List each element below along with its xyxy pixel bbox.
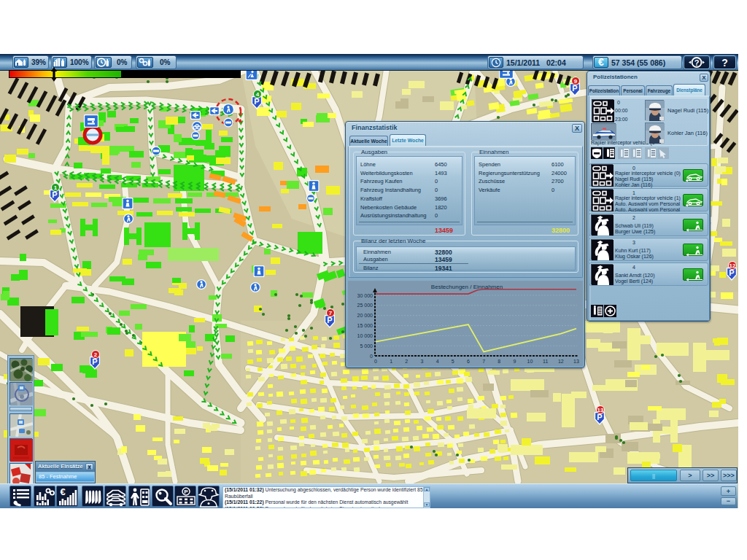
svg-text:7: 7 <box>482 359 485 364</box>
svg-text:2: 2 <box>94 351 98 358</box>
svg-text:25 000: 25 000 <box>357 303 374 308</box>
svg-text:0: 0 <box>370 354 373 359</box>
svg-text:9: 9 <box>513 359 516 364</box>
svg-text:5: 5 <box>452 359 454 364</box>
svg-text:?: ? <box>694 58 700 67</box>
svg-text:3: 3 <box>421 359 424 364</box>
svg-text:11: 11 <box>543 359 548 364</box>
svg-text:12: 12 <box>558 359 564 364</box>
svg-text:20 000: 20 000 <box>357 313 374 318</box>
svg-text:13: 13 <box>573 359 579 364</box>
svg-text:10 000: 10 000 <box>357 333 374 338</box>
svg-text:10: 10 <box>527 359 533 364</box>
svg-text:15 000: 15 000 <box>357 323 374 328</box>
svg-text:9: 9 <box>574 78 578 85</box>
svg-text:30 000: 30 000 <box>357 293 374 298</box>
svg-text:P: P <box>184 489 188 495</box>
svg-text:€: € <box>60 486 65 497</box>
svg-text:4: 4 <box>436 359 439 364</box>
svg-text:2: 2 <box>405 359 408 364</box>
svg-text:€: € <box>598 57 604 68</box>
svg-text:5 000: 5 000 <box>360 343 373 349</box>
svg-text:0: 0 <box>374 359 377 364</box>
svg-text:1: 1 <box>54 184 58 191</box>
svg-text:7: 7 <box>329 310 333 316</box>
svg-text:13: 13 <box>597 407 604 413</box>
svg-text:8: 8 <box>498 359 500 364</box>
svg-text:4: 4 <box>256 91 260 98</box>
svg-text:12: 12 <box>729 262 736 269</box>
svg-text:6: 6 <box>467 359 470 364</box>
svg-text:1: 1 <box>390 359 392 364</box>
